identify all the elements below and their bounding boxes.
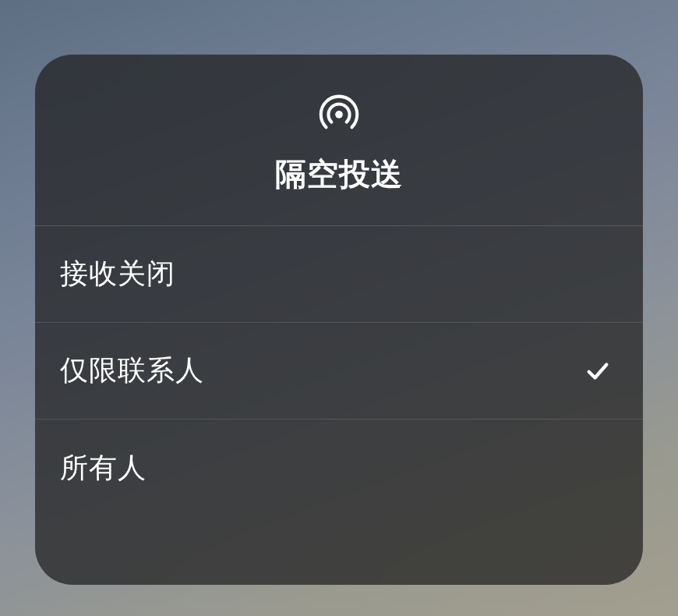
panel-title: 隔空投送 [275,153,403,196]
option-receiving-off[interactable]: 接收关闭 [35,226,643,323]
svg-point-0 [335,111,343,119]
option-list: 接收关闭 仅限联系人 所有人 [35,226,643,585]
airdrop-settings-panel: 隔空投送 接收关闭 仅限联系人 所有人 [35,55,643,585]
airdrop-icon [315,86,363,134]
option-label: 仅限联系人 [60,352,204,390]
option-label: 接收关闭 [60,255,175,293]
option-contacts-only[interactable]: 仅限联系人 [35,323,643,420]
panel-header: 隔空投送 [35,55,643,226]
option-everyone[interactable]: 所有人 [35,420,643,516]
option-label: 所有人 [60,449,147,487]
checkmark-icon [584,357,612,385]
